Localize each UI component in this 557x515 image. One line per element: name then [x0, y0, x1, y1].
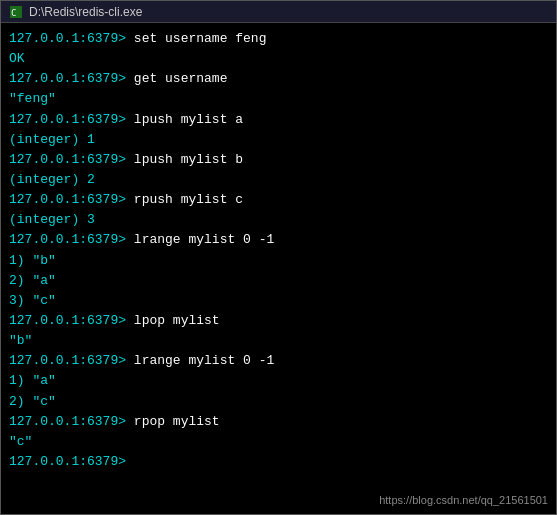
terminal-line: 127.0.0.1:6379> rpush mylist c [9, 190, 548, 210]
title-bar-text: D:\Redis\redis-cli.exe [29, 5, 142, 19]
title-bar: C D:\Redis\redis-cli.exe [1, 1, 556, 23]
terminal-line: 127.0.0.1:6379> set username feng [9, 29, 548, 49]
terminal-line: 127.0.0.1:6379> lpop mylist [9, 311, 548, 331]
terminal-line: "b" [9, 331, 548, 351]
terminal-line: 127.0.0.1:6379> lpush mylist a [9, 110, 548, 130]
terminal-line: (integer) 3 [9, 210, 548, 230]
terminal-line: OK [9, 49, 548, 69]
terminal-line: 2) "c" [9, 392, 548, 412]
terminal-line: "feng" [9, 89, 548, 109]
terminal-line: 127.0.0.1:6379> rpop mylist [9, 412, 548, 432]
terminal-body[interactable]: 127.0.0.1:6379> set username fengOK127.0… [1, 23, 556, 514]
terminal-line: "c" [9, 432, 548, 452]
terminal-line: 127.0.0.1:6379> lrange mylist 0 -1 [9, 230, 548, 250]
terminal-line: 127.0.0.1:6379> lpush mylist b [9, 150, 548, 170]
terminal-line: (integer) 2 [9, 170, 548, 190]
terminal-line: 2) "a" [9, 271, 548, 291]
terminal-line: 127.0.0.1:6379> [9, 452, 548, 472]
terminal-line: 127.0.0.1:6379> get username [9, 69, 548, 89]
terminal-line: 127.0.0.1:6379> lrange mylist 0 -1 [9, 351, 548, 371]
terminal-window: C D:\Redis\redis-cli.exe 127.0.0.1:6379>… [0, 0, 557, 515]
terminal-line: 3) "c" [9, 291, 548, 311]
terminal-line: 1) "b" [9, 251, 548, 271]
terminal-line: (integer) 1 [9, 130, 548, 150]
terminal-icon: C [9, 5, 23, 19]
terminal-line: 1) "a" [9, 371, 548, 391]
watermark: https://blog.csdn.net/qq_21561501 [379, 494, 548, 506]
svg-text:C: C [11, 8, 16, 18]
